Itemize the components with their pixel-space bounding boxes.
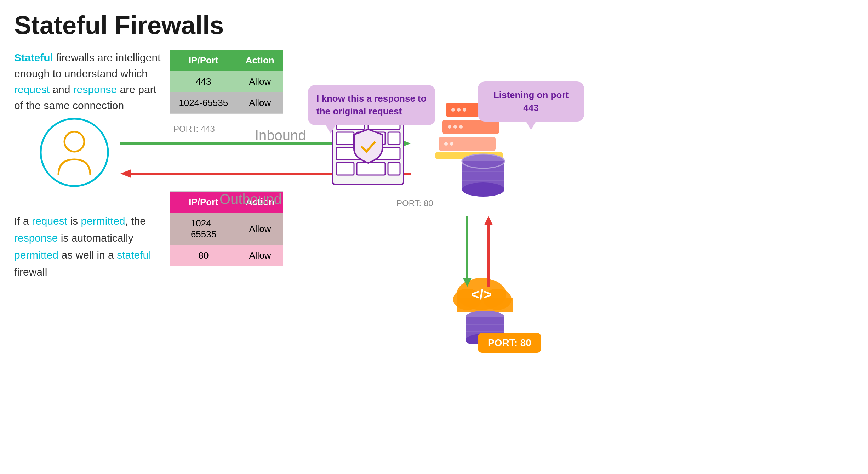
svg-point-20 (463, 108, 466, 112)
svg-point-24 (459, 125, 463, 129)
response-highlight: response (73, 84, 117, 95)
port-443-label: PORT: 443 (173, 124, 215, 134)
desc-top-part2: and (50, 84, 73, 95)
inbound-header-action: Action (237, 50, 283, 71)
inbound-r1-ipport: 443 (170, 71, 237, 92)
outbound-row-1: 1024–65535 Allow (170, 213, 283, 245)
svg-rect-15 (357, 163, 385, 175)
vertical-up-arrow (481, 216, 496, 287)
description-top: Stateful firewalls are intelligent enoug… (14, 50, 163, 113)
desc-bot-request: request (32, 215, 67, 227)
page-title: Stateful Firewalls (14, 11, 224, 40)
svg-rect-11 (388, 132, 400, 145)
inbound-r2-ipport: 1024-65535 (170, 92, 237, 114)
desc-bot-permitted1: permitted (81, 215, 125, 227)
desc-bot-part4: is automatically (58, 232, 133, 244)
svg-rect-9 (336, 132, 354, 145)
svg-point-22 (448, 125, 451, 129)
desc-bot-part5: as well in a (58, 249, 117, 261)
desc-bot-response: response (14, 232, 58, 244)
outbound-row-2: 80 Allow (170, 245, 283, 266)
outbound-label: Outbound (219, 191, 282, 207)
svg-marker-46 (463, 278, 472, 287)
outbound-r2-ipport: 80 (170, 245, 237, 266)
inbound-table: IP/Port Action 443 Allow 1024-65535 Allo… (170, 50, 283, 114)
outbound-r1-ipport: 1024–65535 (170, 213, 237, 245)
desc-bot-part1: If a (14, 215, 32, 227)
inbound-header-ipport: IP/Port (170, 50, 237, 71)
desc-bot-part6: firewall (14, 266, 47, 278)
svg-marker-48 (484, 216, 493, 225)
speech-bubble-server: Listening on port 443 (478, 81, 584, 122)
inbound-r1-action: Allow (237, 71, 283, 92)
svg-marker-5 (120, 169, 131, 178)
svg-point-27 (450, 142, 453, 146)
svg-point-26 (444, 142, 448, 146)
port-80-badge: PORT: 80 (478, 333, 541, 353)
stateful-highlight: Stateful (14, 52, 53, 63)
svg-point-19 (457, 108, 461, 112)
desc-bot-part3: , the (125, 215, 146, 227)
speech-bubble-firewall: I know this a response to the original r… (308, 85, 435, 125)
desc-bot-part2: is (67, 215, 81, 227)
vertical-down-arrow (460, 216, 474, 287)
svg-rect-14 (336, 163, 354, 175)
svg-text:</>: </> (471, 287, 492, 302)
inbound-r2-action: Allow (237, 92, 283, 114)
svg-rect-16 (388, 163, 400, 175)
outbound-r2-action: Allow (237, 245, 283, 266)
svg-point-18 (451, 108, 455, 112)
outbound-r1-action: Allow (237, 213, 283, 245)
svg-point-23 (453, 125, 457, 129)
request-highlight: request (14, 84, 50, 95)
desc-bot-stateful: stateful (117, 249, 151, 261)
desc-bot-permitted2: permitted (14, 249, 58, 261)
inbound-row-2: 1024-65535 Allow (170, 92, 283, 114)
description-bottom: If a request is permitted, the response … (14, 213, 163, 281)
inbound-row-1: 443 Allow (170, 71, 283, 92)
svg-point-31 (462, 182, 504, 197)
person-icon (39, 117, 110, 188)
svg-point-1 (64, 132, 84, 152)
